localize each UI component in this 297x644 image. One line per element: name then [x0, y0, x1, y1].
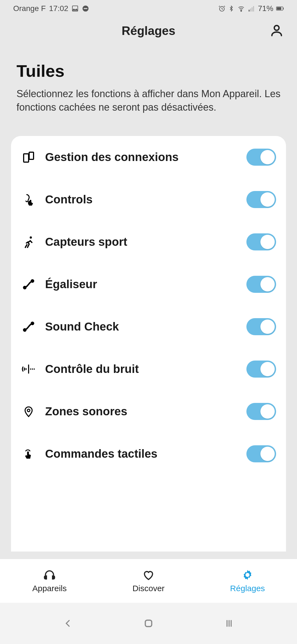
curve-icon: [21, 319, 36, 334]
svg-point-4: [241, 10, 241, 11]
tile-row-anc[interactable]: Contrôle du bruit: [11, 348, 286, 390]
battery-label: 71%: [258, 4, 273, 13]
tile-row-soundcheck[interactable]: Sound Check: [11, 305, 286, 348]
toggle-knob: [260, 192, 275, 207]
alarm-icon: [218, 5, 226, 12]
tile-label: Égaliseur: [45, 278, 238, 291]
intro-description: Sélectionnez les fonctions à afficher da…: [16, 87, 280, 114]
toggle-knob: [260, 447, 275, 461]
heart-icon: [142, 569, 155, 581]
profile-button[interactable]: [270, 23, 284, 39]
headphones-icon: [43, 569, 56, 581]
toggle-knob: [260, 150, 275, 164]
tile-label: Contrôle du bruit: [45, 362, 238, 376]
toggle-touch[interactable]: [246, 445, 276, 462]
svg-rect-10: [277, 7, 281, 10]
bluetooth-icon: [228, 5, 234, 12]
svg-rect-8: [253, 6, 254, 12]
tile-row-touch[interactable]: Commandes tactiles: [11, 433, 286, 475]
nav-discover[interactable]: Discover: [99, 559, 198, 603]
tap-icon: [21, 446, 36, 462]
toggle-anc[interactable]: [246, 361, 276, 378]
svg-point-15: [30, 236, 32, 239]
battery-icon: [276, 5, 284, 12]
toggle-controls[interactable]: [246, 191, 276, 208]
svg-rect-26: [145, 620, 152, 626]
nav-settings[interactable]: Réglages: [198, 559, 297, 603]
tile-row-equalizer[interactable]: Égaliseur: [11, 263, 286, 305]
svg-point-21: [30, 369, 31, 370]
status-bar: Orange F 17:02 71%: [0, 0, 297, 17]
svg-point-22: [32, 369, 33, 370]
gear-icon: [241, 569, 254, 581]
pin-icon: [21, 404, 36, 419]
svg-rect-11: [283, 8, 284, 9]
toggle-knob: [260, 404, 275, 419]
nav-label: Réglages: [230, 584, 265, 593]
toggle-knob: [260, 320, 275, 334]
svg-point-23: [34, 369, 35, 370]
toggle-sport[interactable]: [246, 233, 276, 250]
tile-row-controls[interactable]: Controls: [11, 178, 286, 221]
svg-rect-5: [249, 10, 249, 12]
toggle-knob: [260, 277, 275, 291]
svg-point-24: [27, 409, 30, 412]
intro-section: Tuiles Sélectionnez les fonctions à affi…: [0, 45, 297, 125]
tiles-card: Gestion des connexions Controls Capteurs…: [11, 136, 286, 552]
svg-point-25: [246, 573, 249, 576]
tile-row-sport[interactable]: Capteurs sport: [11, 221, 286, 263]
time-label: 17:02: [49, 4, 68, 13]
svg-point-12: [274, 26, 279, 30]
signal-icon: [248, 5, 255, 12]
svg-rect-13: [24, 154, 29, 162]
header: Réglages: [0, 17, 297, 45]
carrier-label: Orange F: [13, 4, 46, 13]
tile-label: Gestion des connexions: [45, 151, 238, 164]
status-right: 71%: [218, 4, 284, 13]
nav-label: Appareils: [32, 584, 67, 593]
devices-icon: [21, 149, 36, 165]
toggle-knob: [260, 235, 275, 249]
svg-rect-14: [29, 152, 34, 159]
curve-icon: [21, 277, 36, 292]
tile-row-connections[interactable]: Gestion des connexions: [11, 136, 286, 178]
toggle-knob: [260, 362, 275, 376]
nav-label: Discover: [133, 584, 165, 593]
wifi-icon: [237, 5, 245, 12]
tile-label: Commandes tactiles: [45, 447, 238, 460]
system-home-button[interactable]: [140, 615, 157, 632]
nav-devices[interactable]: Appareils: [0, 559, 99, 603]
image-icon: [72, 5, 79, 12]
svg-rect-6: [250, 9, 251, 12]
tile-label: Controls: [45, 193, 238, 206]
toggle-soundcheck[interactable]: [246, 318, 276, 335]
bottom-nav: Appareils Discover Réglages: [0, 559, 297, 603]
tile-label: Sound Check: [45, 320, 238, 333]
svg-rect-2: [84, 8, 87, 9]
system-back-button[interactable]: [60, 615, 76, 632]
tile-label: Capteurs sport: [45, 235, 238, 249]
dnd-icon: [82, 5, 89, 12]
status-left: Orange F 17:02: [13, 4, 89, 13]
toggle-zones[interactable]: [246, 403, 276, 420]
toggle-equalizer[interactable]: [246, 276, 276, 293]
tile-label: Zones sonores: [45, 405, 238, 418]
svg-rect-7: [252, 7, 252, 12]
anc-icon: [21, 361, 36, 377]
system-recents-button[interactable]: [221, 615, 237, 632]
runner-icon: [21, 234, 36, 250]
tile-row-zones[interactable]: Zones sonores: [11, 390, 286, 433]
ear-touch-icon: [21, 192, 36, 207]
system-nav-bar: [0, 603, 297, 644]
toggle-connections[interactable]: [246, 149, 276, 166]
intro-title: Tuiles: [16, 61, 280, 81]
page-title: Réglages: [122, 24, 175, 38]
